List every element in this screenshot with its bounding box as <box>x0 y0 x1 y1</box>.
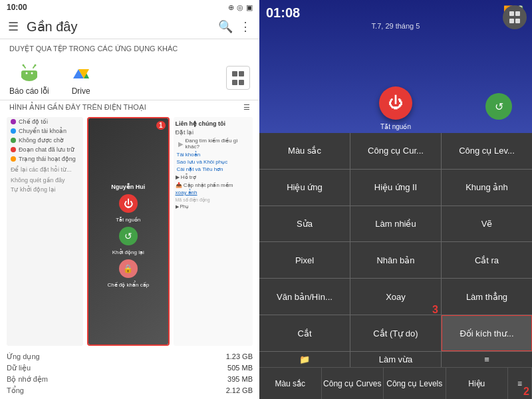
status-bar: 10:00 ⊕ ◎ ▣ <box>0 0 259 15</box>
bottom-curves[interactable]: Công cụ Curves <box>322 368 384 399</box>
power-label: Tắt nguồn <box>380 123 411 130</box>
cell-filter-icon[interactable]: ≡ <box>442 352 532 367</box>
app-item-drive[interactable]: Drive <box>69 60 93 96</box>
thumbnails-area: Chế độ tối Chuyển tài khoản Không được c… <box>0 114 259 348</box>
android-icon <box>17 60 41 84</box>
badge-2: 2 <box>523 386 529 398</box>
browse-section-title: DUYỆT QUA TỆP TRONG CÁC ỨNG DỤNG KHÁC <box>0 39 259 56</box>
phone-status-bar: 01:08 📶 🔋 <box>259 5 532 21</box>
wifi-icon: ⊕ <box>228 3 234 12</box>
cell-khung-anh[interactable]: Khung ảnh <box>442 170 532 205</box>
phone-time: 01:08 <box>266 5 300 21</box>
page-title: Gần đây <box>27 19 211 35</box>
cell-cat[interactable]: Cắt <box>259 315 350 351</box>
storage-cache: Bộ nhớ đệm 395 MB <box>7 374 253 385</box>
badge-3: 3 <box>432 304 438 316</box>
cell-lam-thang[interactable]: Làm thẳng <box>442 279 532 315</box>
android-app-label: Báo cáo lỗi <box>9 86 49 96</box>
app-item-android[interactable]: Báo cáo lỗi <box>9 60 49 96</box>
time-display: 10:00 <box>7 3 27 12</box>
cell-cong-cu-lev[interactable]: Công cụ Lev... <box>442 133 532 169</box>
storage-value: 1.23 GB <box>226 352 253 361</box>
svg-point-2 <box>25 72 27 74</box>
cell-doi-kich-thuoc[interactable]: Đối kích thư... <box>442 315 532 351</box>
svg-point-7 <box>34 65 36 66</box>
battery-icon: ▣ <box>246 3 253 12</box>
storage-label: Tổng <box>7 386 24 395</box>
bottom-mau-sac[interactable]: Màu sắc <box>259 368 322 399</box>
list-item: Chuyển tài khoản <box>7 126 83 136</box>
right-panel: 01:08 📶 🔋 T.7, 29 tháng 5 ⏻ Tắt nguồn ↺ … <box>259 0 532 399</box>
svg-point-6 <box>22 65 24 66</box>
lock-button: 🔒 <box>119 259 138 278</box>
cell-nhan-ban[interactable]: Nhân bản <box>350 242 441 278</box>
cell-pixel[interactable]: Pixel <box>259 242 350 278</box>
power-button-red: ⏻ <box>119 194 138 213</box>
thumb-left[interactable]: Chế độ tối Chuyển tài khoản Không được c… <box>7 117 83 346</box>
top-bar: ☰ Gần đây 🔍 ⋮ <box>0 15 259 39</box>
status-icons: ⊕ ◎ ▣ <box>228 3 253 12</box>
bottom-hieu[interactable]: Hiệu <box>446 368 509 399</box>
list-view-icon[interactable]: ☰ <box>243 103 250 112</box>
restart-button[interactable]: ↺ <box>485 93 512 120</box>
tool-grid-menu: Màu sắc Công cụ Cur... Công cụ Lev... Hi… <box>259 133 532 367</box>
cell-lam-nhieu[interactable]: Làm nhiều <box>350 206 441 242</box>
signal-icon: ◎ <box>237 3 243 12</box>
storage-apps: Ứng dụng 1.23 GB <box>7 351 253 362</box>
thumb-middle[interactable]: Nguyễn Hui ⏻ Tắt nguồn ↺ Khởi động lại 🔒… <box>87 117 170 346</box>
storage-total: Tổng 2.12 GB <box>7 385 253 396</box>
cell-hieu-ung-ii[interactable]: Hiệu ứng II <box>350 170 441 205</box>
storage-label: Ứng dụng <box>7 352 40 361</box>
list-item: Không được chờ <box>7 136 83 145</box>
cell-sua[interactable]: Sửa <box>259 206 350 242</box>
hamburger-icon: ≡ <box>517 379 522 388</box>
thumb-right[interactable]: Liên hệ chúng tôi Đặt lại ▶ Đang tìm kiế… <box>174 117 253 346</box>
svg-rect-1 <box>21 70 37 78</box>
cell-lam-vua[interactable]: Làm vừa <box>350 352 441 367</box>
power-button[interactable]: ⏻ <box>379 86 412 120</box>
storage-label: Bộ nhớ đệm <box>7 375 48 384</box>
storage-value: 395 MB <box>227 375 253 384</box>
grid-button[interactable] <box>503 5 527 29</box>
list-item: Chế độ tối <box>7 117 83 126</box>
storage-value: 505 MB <box>227 364 253 372</box>
menu-icon[interactable]: ☰ <box>8 19 19 34</box>
cell-folder-icon[interactable]: 📁 <box>259 352 350 367</box>
recent-title-text: HÌNH ẢNH GẦN ĐÂY TRÊN ĐIỆN THOẠI <box>9 103 146 112</box>
search-icon[interactable]: 🔍 <box>218 19 233 34</box>
cell-xoay[interactable]: Xoay 3 <box>350 279 441 315</box>
svg-point-3 <box>31 72 33 74</box>
storage-label: Dữ liệu <box>7 364 31 372</box>
list-item: ▶ Đang tìm kiếm điều gì khác? <box>176 136 251 151</box>
bottom-levels[interactable]: Công cụ Levels <box>384 368 446 399</box>
cell-mau-sac[interactable]: Màu sắc <box>259 133 350 169</box>
apps-row: Báo cáo lỗi Drive <box>0 56 259 100</box>
phone-background: 01:08 📶 🔋 T.7, 29 tháng 5 ⏻ Tắt nguồn ↺ <box>259 0 532 133</box>
drive-app-label: Drive <box>72 86 90 96</box>
bottom-tool-bar: Màu sắc Công cụ Curves Công cụ Levels Hi… <box>259 367 532 399</box>
more-options-icon[interactable]: ⋮ <box>239 19 251 34</box>
cell-cat-ra[interactable]: Cắt ra <box>442 242 532 278</box>
cell-van-ban[interactable]: Văn bản/Hìn... <box>259 279 350 315</box>
list-item: Đoạn chat đã lưu trữ <box>7 145 83 154</box>
cell-cat-tu-do[interactable]: Cắt (Tự do) <box>350 315 441 351</box>
left-panel: 10:00 ⊕ ◎ ▣ ☰ Gần đây 🔍 ⋮ DUYỆT QUA TỆP … <box>0 0 259 399</box>
cell-hieu-ung[interactable]: Hiệu ứng <box>259 170 350 205</box>
cell-cong-cu-cur[interactable]: Công cụ Cur... <box>350 133 441 169</box>
storage-value: 2.12 GB <box>226 386 253 395</box>
cell-ve[interactable]: Vẽ <box>442 206 532 242</box>
storage-data: Dữ liệu 505 MB <box>7 362 253 374</box>
recent-section-title: HÌNH ẢNH GẦN ĐÂY TRÊN ĐIỆN THOẠI ☰ <box>0 100 259 114</box>
storage-section: Ứng dụng 1.23 GB Dữ liệu 505 MB Bộ nhớ đ… <box>0 348 259 399</box>
drive-icon <box>69 60 93 84</box>
phone-date: T.7, 29 tháng 5 <box>372 22 420 30</box>
badge-1: 1 <box>156 121 166 130</box>
grid-view-button[interactable] <box>226 66 250 90</box>
list-item: Trạng thái hoạt động <box>7 154 83 164</box>
restart-button: ↺ <box>119 227 138 245</box>
